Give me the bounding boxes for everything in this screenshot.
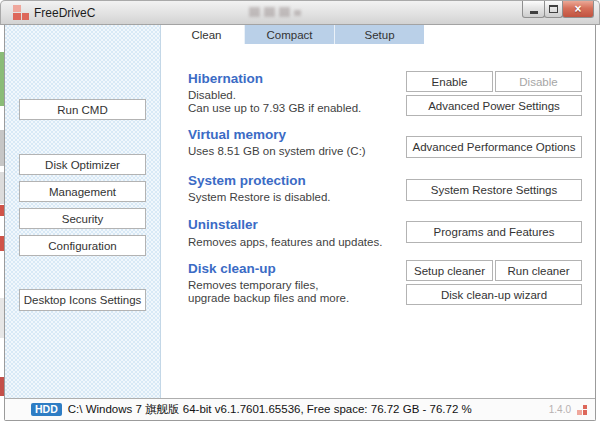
sidebar-button-management[interactable]: Management: [19, 181, 146, 202]
sidebar-button-run-cmd[interactable]: Run CMD: [19, 99, 146, 120]
section-heading-virtual-memory: Virtual memory: [188, 127, 286, 142]
status-text: C:\ Windows 7 旗舰版 64-bit v6.1.7601.65536…: [68, 402, 472, 417]
status-bar: HDD C:\ Windows 7 旗舰版 64-bit v6.1.7601.6…: [5, 398, 595, 420]
advanced-performance-options-button[interactable]: Advanced Performance Options: [406, 136, 582, 158]
advanced-power-settings-button[interactable]: Advanced Power Settings: [406, 95, 582, 116]
section-text: Uses 8.51 GB on system drive (C:): [188, 145, 366, 157]
section-heading-disk-clean-up: Disk clean-up: [188, 261, 276, 276]
maximize-button[interactable]: [544, 1, 563, 18]
version-label: 1.4.0: [549, 404, 571, 415]
section-text: Removes apps, features and updates.: [188, 236, 382, 248]
close-button[interactable]: ×: [562, 1, 594, 18]
main-panel: Clean Compact Setup Hibernation Disabled…: [161, 25, 595, 398]
section-heading-hibernation: Hibernation: [188, 71, 263, 86]
disk-clean-up-wizard-button[interactable]: Disk clean-up wizard: [406, 284, 582, 305]
section-text: upgrade backup files and more.: [188, 292, 349, 304]
maximize-icon: [549, 5, 558, 13]
sidebar-button-desktop-icons-settings[interactable]: Desktop Icons Settings: [19, 289, 146, 311]
screen-edge-artifact: [0, 28, 4, 400]
setup-cleaner-button[interactable]: Setup cleaner: [406, 260, 493, 281]
sidebar-button-configuration[interactable]: Configuration: [19, 235, 146, 256]
run-cleaner-button[interactable]: Run cleaner: [495, 260, 582, 281]
minimize-icon: [530, 11, 538, 14]
hdd-badge: HDD: [31, 403, 62, 417]
enable-button[interactable]: Enable: [406, 71, 493, 92]
section-text: Removes temporary files,: [188, 279, 318, 291]
app-icon: [13, 5, 29, 20]
statusbar-logo-icon: [577, 405, 587, 415]
programs-and-features-button[interactable]: Programs and Features: [406, 221, 582, 243]
section-text: Disabled.: [188, 89, 236, 101]
tab-clean[interactable]: Clean: [169, 25, 244, 44]
disable-button: Disable: [495, 71, 582, 92]
close-icon: ×: [574, 2, 581, 16]
section-text: System Restore is disabled.: [188, 191, 331, 203]
titlebar: FreeDriveC ×: [0, 0, 600, 25]
titlebar-watermark: [249, 7, 319, 18]
tab-setup[interactable]: Setup: [334, 25, 424, 44]
window-controls: ×: [523, 1, 594, 18]
sidebar-button-disk-optimizer[interactable]: Disk Optimizer: [19, 154, 146, 175]
section-text: Can use up to 7.93 GB if enabled.: [188, 102, 361, 114]
window-title: FreeDriveC: [34, 6, 95, 20]
tab-compact[interactable]: Compact: [244, 25, 334, 44]
freedrivec-window: FreeDriveC × Run CMD Disk Optimizer Mana…: [0, 0, 600, 425]
window-body: Run CMD Disk Optimizer Management Securi…: [4, 25, 596, 421]
section-heading-system-protection: System protection: [188, 173, 306, 188]
system-restore-settings-button[interactable]: System Restore Settings: [406, 179, 582, 201]
minimize-button[interactable]: [522, 1, 545, 18]
sidebar: Run CMD Disk Optimizer Management Securi…: [5, 25, 161, 398]
section-heading-uninstaller: Uninstaller: [188, 217, 258, 232]
sidebar-button-security[interactable]: Security: [19, 208, 146, 229]
